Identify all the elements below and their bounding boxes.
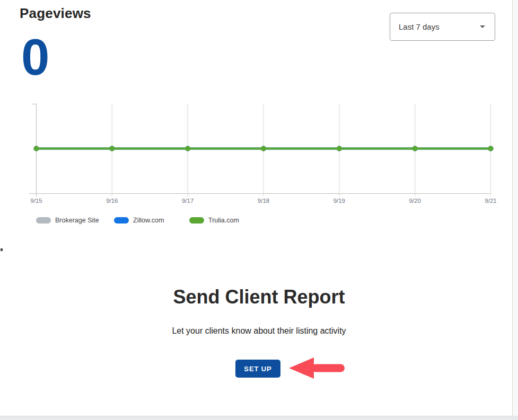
legend-item-trulia-com: Trulia.com	[189, 216, 239, 225]
red-arrow-annotation-icon	[288, 356, 346, 381]
legend-swatch-icon	[114, 217, 129, 224]
date-range-value: Last 7 days	[399, 22, 440, 31]
legend-item-zillow-com: Zillow.com	[114, 216, 164, 225]
legend-swatch-icon	[189, 217, 204, 224]
x-axis-tick-label: 9/20	[409, 198, 420, 204]
bottom-edge-bar	[0, 416, 518, 420]
x-axis-tick-label: 9/19	[333, 198, 345, 204]
page-title: Pageviews	[20, 5, 91, 22]
legend-label: Brokerage Site	[55, 217, 99, 224]
chevron-down-icon	[480, 25, 485, 28]
x-axis-tick-label: 9/18	[258, 198, 269, 204]
legend-item-brokerage-site: Brokerage Site	[36, 216, 99, 225]
date-range-dropdown[interactable]: Last 7 days	[390, 13, 495, 41]
pageviews-chart: 9/159/169/179/189/199/209/21	[0, 98, 518, 209]
x-axis-tick-label: 9/21	[485, 198, 496, 204]
legend-label: Zillow.com	[133, 217, 164, 224]
legend-label: Trulia.com	[208, 217, 239, 224]
report-subtitle: Let your clients know about their listin…	[0, 326, 518, 336]
set-up-button[interactable]: SET UP	[235, 360, 280, 378]
x-axis-tick-label: 9/16	[106, 198, 118, 204]
left-edge-artifact	[1, 248, 3, 251]
legend-swatch-icon	[36, 217, 51, 224]
chart-legend: Brokerage SiteZillow.comTrulia.com	[0, 216, 518, 226]
line-chart-canvas: 9/159/169/179/189/199/209/21	[0, 98, 518, 209]
x-axis-tick-label: 9/15	[30, 198, 42, 204]
pageviews-count: 0	[21, 32, 49, 83]
x-axis-tick-label: 9/17	[182, 198, 194, 204]
report-heading: Send Client Report	[0, 286, 518, 308]
vertical-scrollbar[interactable]	[512, 0, 518, 420]
